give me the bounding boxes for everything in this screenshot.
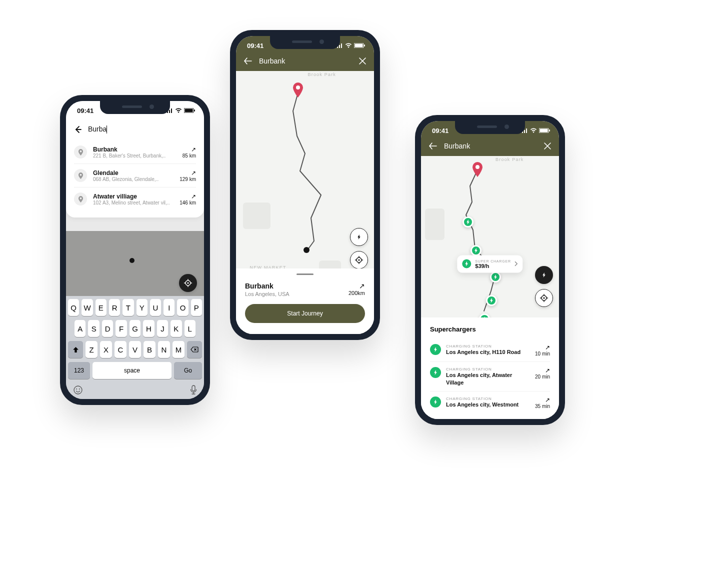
svg-point-7 (79, 388, 80, 390)
arrow-icon: ↗ (180, 193, 196, 200)
suggestion-item[interactable]: Atwater villiage 102 A3, Melino street, … (74, 187, 196, 210)
svg-point-12 (296, 86, 300, 90)
suggestion-name: Burbank (93, 146, 176, 153)
key-v[interactable]: V (129, 341, 141, 358)
key-f[interactable]: F (116, 320, 126, 337)
suggestion-distance: 129 km (180, 176, 196, 182)
supercharger-item[interactable]: CHARGING STATION Los Angeles city, H110 … (430, 339, 550, 362)
emoji-key[interactable] (73, 385, 83, 395)
status-time: 09:41 (77, 107, 94, 114)
phone-notch (270, 36, 340, 49)
svg-point-20 (543, 297, 544, 298)
suggestion-item[interactable]: Glendale 068 AB, Glezonia, Glendale,.. ↗… (74, 164, 196, 187)
space-key[interactable]: space (92, 362, 172, 379)
key-a[interactable]: A (74, 320, 86, 337)
wifi-icon (345, 43, 352, 48)
suggestion-distance: 85 km (182, 153, 196, 158)
status-time: 09:41 (247, 42, 264, 50)
superchargers-card[interactable]: Superchargers CHARGING STATION Los Angel… (421, 318, 559, 419)
supercharger-name: Los Angeles city, Atwater Village (446, 372, 530, 386)
header-title: Burbank (444, 142, 537, 150)
bolt-icon (430, 344, 441, 355)
close-icon[interactable] (544, 142, 551, 150)
key-p[interactable]: P (191, 299, 202, 316)
search-input[interactable]: Burba (88, 125, 107, 134)
go-key[interactable]: Go (174, 362, 202, 379)
phone-search: 09:41 Burba Burbank 221 B, Baker's Stree… (60, 95, 210, 405)
charger-popup-label: SUPER CHARGER (475, 259, 510, 262)
backspace-key[interactable] (187, 341, 202, 358)
supercharger-label: CHARGING STATION (446, 344, 530, 348)
keyboard: QWERTYUIOP ASDFGHJKL ZXCVBNM 123 space G… (66, 296, 204, 399)
supercharger-name: Los Angeles city, H110 Road (446, 348, 530, 356)
key-k[interactable]: K (170, 320, 182, 337)
charger-marker[interactable] (462, 216, 474, 228)
charger-popup[interactable]: SUPER CHARGER $39/h (457, 255, 522, 272)
arrow-icon: ↗ (535, 396, 550, 404)
svg-point-14 (358, 259, 360, 260)
numeric-key[interactable]: 123 (68, 362, 90, 379)
location-pin-icon (74, 192, 87, 206)
key-d[interactable]: D (102, 320, 113, 337)
svg-point-18 (476, 165, 480, 169)
key-g[interactable]: G (130, 320, 140, 337)
locate-button[interactable] (535, 289, 553, 307)
supercharger-time: 20 min (535, 374, 550, 380)
key-m[interactable]: M (172, 341, 184, 358)
phone-route: 09:41 Burbank Brook Park NEW MARKET (230, 30, 380, 340)
charger-marker[interactable] (486, 295, 497, 306)
suggestion-address: 102 A3, Melino street, Atwater vil,.. (93, 200, 174, 206)
key-o[interactable]: O (177, 299, 188, 316)
arrow-icon: ↗ (535, 367, 550, 374)
key-h[interactable]: H (143, 320, 154, 337)
chargers-button[interactable] (535, 266, 553, 284)
battery-icon (184, 108, 195, 113)
key-u[interactable]: U (150, 299, 161, 316)
back-icon[interactable] (74, 126, 82, 134)
back-icon[interactable] (429, 142, 437, 150)
supercharger-time: 35 min (535, 404, 550, 409)
charger-marker[interactable] (490, 272, 501, 282)
status-time: 09:41 (432, 127, 448, 134)
key-z[interactable]: Z (86, 341, 98, 358)
key-y[interactable]: Y (136, 299, 148, 316)
svg-rect-16 (540, 129, 548, 132)
key-r[interactable]: R (109, 299, 120, 316)
key-l[interactable]: L (184, 320, 196, 337)
suggestion-item[interactable]: Burbank 221 B, Baker's Street, Burbank,.… (74, 140, 196, 164)
back-icon[interactable] (244, 58, 252, 64)
map-dimmed[interactable] (66, 231, 204, 299)
locate-button[interactable] (179, 274, 197, 292)
supercharger-item[interactable]: CHARGING STATION Los Angeles city, Westm… (430, 391, 550, 414)
shift-key[interactable] (68, 341, 83, 358)
key-j[interactable]: J (157, 320, 168, 337)
key-w[interactable]: W (82, 299, 92, 316)
mic-key[interactable] (190, 385, 197, 395)
route-card[interactable]: Burbank Los Angeles, USA ↗ 200km Start J… (236, 268, 374, 334)
key-e[interactable]: E (96, 299, 106, 316)
key-x[interactable]: X (100, 341, 112, 358)
suggestion-name: Glendale (93, 170, 174, 176)
close-icon[interactable] (359, 58, 366, 64)
svg-point-4 (187, 282, 188, 284)
key-b[interactable]: B (144, 341, 156, 358)
current-location-dot (304, 247, 310, 253)
supercharger-item[interactable]: CHARGING STATION Los Angeles city, Atwat… (430, 362, 550, 391)
arrow-icon: ↗ (535, 344, 550, 351)
key-s[interactable]: S (88, 320, 99, 337)
suggestion-address: 068 AB, Glezonia, Glendale,.. (93, 176, 174, 182)
key-c[interactable]: C (114, 341, 126, 358)
key-i[interactable]: I (164, 299, 174, 316)
drag-handle[interactable] (296, 274, 314, 275)
key-t[interactable]: T (122, 299, 134, 316)
arrow-icon: ↗ (348, 282, 365, 290)
start-journey-button[interactable]: Start Journey (245, 304, 365, 323)
svg-rect-17 (549, 130, 550, 132)
chargers-button[interactable] (350, 228, 368, 246)
key-n[interactable]: N (158, 341, 170, 358)
suggestion-distance: 146 km (180, 200, 196, 206)
key-q[interactable]: Q (68, 299, 79, 316)
charger-popup-price: $39/h (475, 262, 510, 268)
charger-marker[interactable] (470, 245, 482, 256)
locate-button[interactable] (350, 251, 368, 269)
